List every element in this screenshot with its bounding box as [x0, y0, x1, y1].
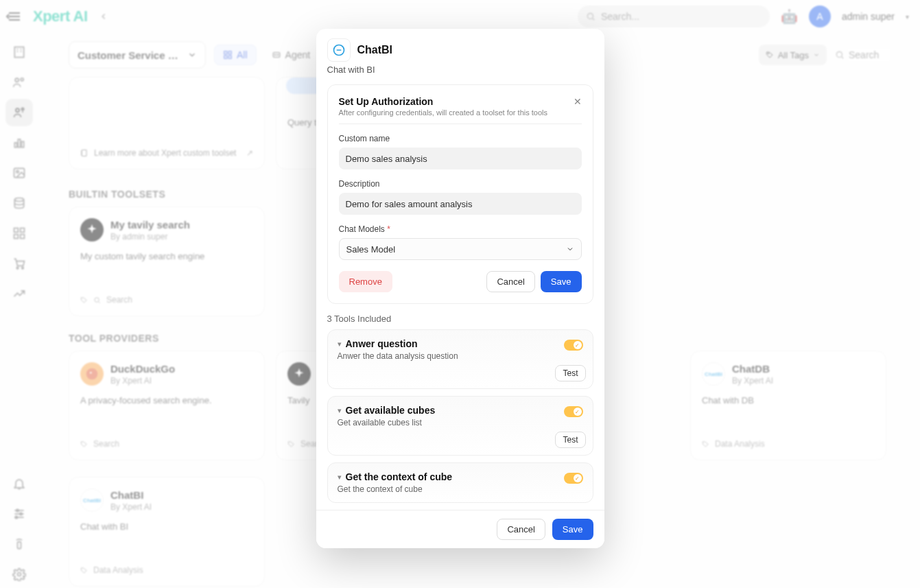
description-input[interactable] — [339, 193, 582, 215]
tool-desc: Get available cubes list — [338, 418, 583, 427]
modal-logo-icon — [327, 38, 351, 62]
remove-button[interactable]: Remove — [339, 271, 392, 292]
auth-title: Set Up Authorization — [339, 96, 547, 107]
close-icon[interactable]: ✕ — [574, 96, 582, 107]
auth-box: Set Up Authorization After configuring c… — [327, 84, 593, 304]
tool-card-available-cubes: ▾ Get available cubes Get available cube… — [327, 396, 593, 456]
custom-name-label: Custom name — [339, 134, 582, 143]
tool-test-button[interactable]: Test — [555, 365, 585, 381]
chat-models-value: Sales Model — [346, 244, 396, 255]
tool-desc: Anwer the data analysis question — [338, 351, 583, 361]
tool-title: Get available cubes — [346, 405, 436, 416]
auth-cancel-button[interactable]: Cancel — [486, 271, 534, 292]
chevron-down-icon — [566, 245, 574, 253]
tool-card-context-cube: ▾ Get the context of cube Get the contex… — [327, 462, 593, 503]
chat-models-select[interactable]: Sales Model — [339, 238, 582, 260]
modal-cancel-button[interactable]: Cancel — [497, 519, 545, 540]
tool-toggle[interactable]: ✓ — [564, 473, 583, 484]
tool-toggle[interactable]: ✓ — [564, 406, 583, 417]
modal-save-button[interactable]: Save — [552, 519, 593, 540]
custom-name-input[interactable] — [339, 148, 582, 169]
modal: ChatBI Chat with BI Set Up Authorization… — [316, 29, 604, 548]
tool-title: Anwer question — [346, 338, 418, 349]
tool-card-answer-question: ▾ Anwer question Anwer the data analysis… — [327, 329, 593, 389]
auth-desc: After configuring credentials, will crea… — [339, 108, 547, 117]
tools-count: 3 Tools Included — [327, 314, 593, 324]
description-label: Description — [339, 179, 582, 189]
tool-toggle[interactable]: ✓ — [564, 340, 583, 351]
tool-title: Get the context of cube — [346, 471, 453, 482]
modal-overlay[interactable]: ChatBI Chat with BI Set Up Authorization… — [0, 0, 920, 588]
modal-subtitle: Chat with BI — [327, 64, 593, 75]
tool-desc: Get the context of cube — [338, 484, 583, 494]
chevron-down-icon[interactable]: ▾ — [338, 473, 342, 482]
chevron-down-icon[interactable]: ▾ — [338, 406, 342, 415]
chat-models-label: Chat Models * — [339, 224, 582, 234]
chevron-down-icon[interactable]: ▾ — [338, 340, 342, 349]
auth-save-button[interactable]: Save — [541, 271, 582, 292]
tool-test-button[interactable]: Test — [555, 432, 585, 448]
modal-footer: Cancel Save — [316, 510, 604, 548]
modal-title: ChatBI — [357, 44, 393, 56]
